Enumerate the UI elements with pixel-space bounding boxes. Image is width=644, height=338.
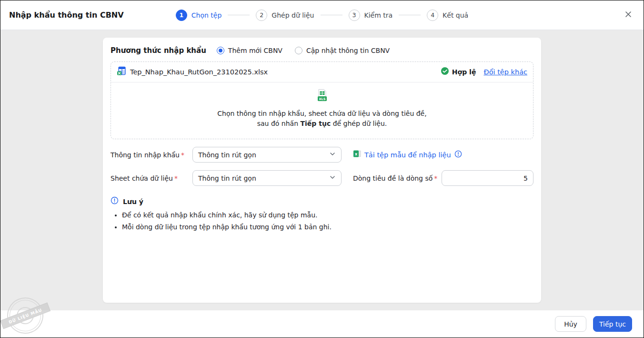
page-title: Nhập khẩu thông tin CBNV [9,10,176,20]
step-kiem-tra[interactable]: 3 Kiểm tra [349,10,393,21]
radio-cap-nhat-cbnv[interactable]: Cập nhật thông tin CBNV [295,47,390,54]
sheet-value: Thông tin rút gọn [198,174,256,182]
header-row-input[interactable] [442,170,533,186]
note-list: Để có kết quả nhập khẩu chính xác, hãy s… [111,211,533,231]
xls-file-icon: XLS [315,96,329,105]
import-info-select[interactable]: Thông tin rút gọn [192,147,342,163]
file-status: Hợp lệ [441,67,476,77]
note-header: Lưu ý [111,196,533,206]
import-info-row: Thông tin nhập khẩu* Thông tin rút gọn [111,147,533,163]
sheet-select[interactable]: Thông tin rút gọn [192,170,342,186]
modal-footer: Hủy Tiếp tục [0,310,644,338]
selected-file-row: Tep_Nhap_Khau_RutGon_23102025.xlsx Hợp l… [111,62,533,82]
sheet-label: Sheet chứa dữ liệu* [111,174,192,182]
note-info-icon [111,196,119,206]
upload-instructions: XLS Chọn thông tin nhập khẩu, sheet chứa… [111,82,533,139]
import-card: Phương thức nhập khẩu Thêm mới CBNV Cập … [103,38,541,303]
step-connector [399,15,421,15]
file-drop-box: Tep_Nhap_Khau_RutGon_23102025.xlsx Hợp l… [111,61,533,139]
excel-icon: x [353,150,361,160]
svg-text:x: x [355,152,358,156]
radio-label: Thêm mới CBNV [228,47,282,54]
import-info-label: Thông tin nhập khẩu* [111,151,192,159]
instruction-text: Chọn thông tin nhập khẩu, sheet chứa dữ … [111,109,533,129]
step-3-label: Kiểm tra [364,11,393,19]
instruction-line2-suffix: để ghép dữ liệu. [331,120,387,127]
spreadsheet-file-icon [117,66,126,78]
step-3-circle: 3 [349,10,360,21]
required-mark: * [434,174,437,182]
step-1-label: Chọn tệp [191,11,222,19]
header-row-area: Dòng tiêu đề là dòng số* [353,170,533,186]
step-connector [321,15,342,15]
step-4-label: Kết quả [443,11,468,19]
radio-selected-icon [217,47,224,54]
file-name: Tep_Nhap_Khau_RutGon_23102025.xlsx [130,68,441,76]
required-mark: * [174,174,178,182]
step-ket-qua[interactable]: 4 Kết quả [427,10,468,21]
note-item: Để có kết quả nhập khẩu chính xác, hãy s… [122,211,533,219]
instruction-line2-prefix: sau đó nhấn [257,120,301,127]
step-2-label: Ghép dữ liệu [272,11,314,19]
step-connector [228,15,250,15]
chevron-down-icon [329,174,336,183]
radio-them-moi-cbnv[interactable]: Thêm mới CBNV [217,47,282,54]
note-title: Lưu ý [123,198,143,205]
modal-header: Nhập khẩu thông tin CBNV 1 Chọn tệp 2 Gh… [0,0,644,30]
instruction-bold: Tiếp tục [301,120,331,127]
modal-body: Phương thức nhập khẩu Thêm mới CBNV Cập … [0,30,644,310]
step-chon-tep[interactable]: 1 Chọn tệp [176,10,222,21]
step-2-circle: 2 [256,10,267,21]
method-label: Phương thức nhập khẩu [111,46,206,55]
radio-label: Cập nhật thông tin CBNV [306,47,390,54]
info-circle-icon[interactable] [454,150,462,160]
method-row: Phương thức nhập khẩu Thêm mới CBNV Cập … [111,46,533,55]
continue-button[interactable]: Tiếp tục [593,316,632,332]
chevron-down-icon [329,150,336,159]
template-link-text: Tải tệp mẫu để nhập liệu [364,151,451,159]
status-badge: Hợp lệ [452,68,476,76]
wizard-stepper: 1 Chọn tệp 2 Ghép dữ liệu 3 Kiểm tra 4 K… [176,10,468,21]
xls-icon-label: XLS [319,97,326,101]
close-icon [624,10,633,20]
step-ghep-du-lieu[interactable]: 2 Ghép dữ liệu [256,10,314,21]
template-link-area: x Tải tệp mẫu để nhập liệu [353,150,533,160]
import-info-value: Thông tin rút gọn [198,151,256,159]
close-button[interactable] [622,9,635,22]
sheet-row: Sheet chứa dữ liệu* Thông tin rút gọn Dò… [111,170,533,186]
required-mark: * [181,151,184,159]
step-4-circle: 4 [427,10,438,21]
instruction-line1: Chọn thông tin nhập khẩu, sheet chứa dữ … [217,110,426,117]
note-item: Mỗi dòng dữ liệu trong tệp nhập khẩu tươ… [122,223,533,231]
import-cbnv-modal: Nhập khẩu thông tin CBNV 1 Chọn tệp 2 Gh… [0,0,644,338]
radio-unselected-icon [295,47,302,54]
download-template-link[interactable]: x Tải tệp mẫu để nhập liệu [353,150,462,160]
step-1-circle: 1 [176,10,187,21]
check-circle-icon [441,67,449,77]
header-right [468,9,635,22]
change-file-link[interactable]: Đổi tệp khác [483,68,527,76]
cancel-button[interactable]: Hủy [555,316,586,332]
header-row-label: Dòng tiêu đề là dòng số* [353,174,437,182]
